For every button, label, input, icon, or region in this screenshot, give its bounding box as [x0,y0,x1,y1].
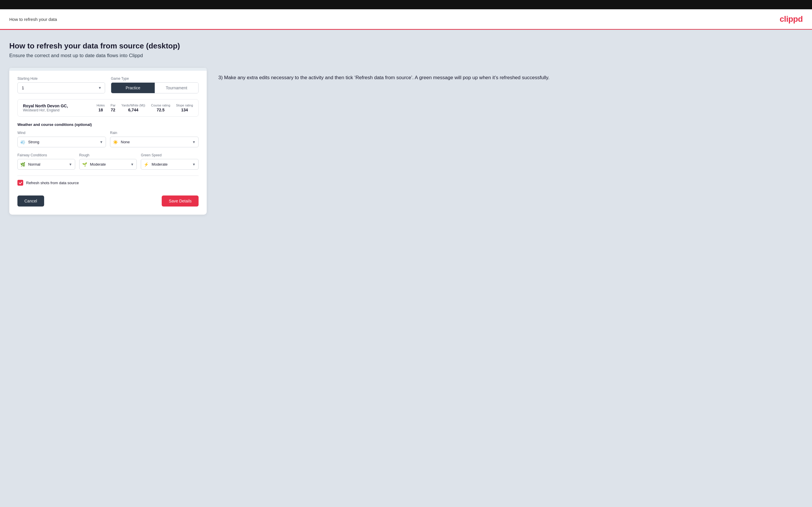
conditions-grid-bottom: Fairway Conditions 🌿 Normal Soft Firm ▼ … [17,153,199,170]
fairway-label: Fairway Conditions [17,153,75,157]
wind-label: Wind [17,131,106,135]
wind-group: Wind 💨 Strong None Light Moderate ▼ [17,131,106,147]
fairway-select-wrapper[interactable]: 🌿 Normal Soft Firm ▼ [17,159,75,170]
form-card: Starting Hole 1 10 ▼ Game Type Practice … [9,68,207,215]
conditions-grid-top: Wind 💨 Strong None Light Moderate ▼ Rain [17,131,199,147]
tournament-button[interactable]: Tournament [155,83,198,93]
wind-select-wrapper[interactable]: 💨 Strong None Light Moderate ▼ [17,136,106,147]
par-value: 72 [111,108,115,112]
course-rating-value: 72.5 [151,108,170,112]
holes-value: 18 [97,108,105,112]
fairway-group: Fairway Conditions 🌿 Normal Soft Firm ▼ [17,153,75,170]
stat-holes: Holes 18 [97,104,105,112]
practice-button[interactable]: Practice [111,83,155,93]
course-name-block: Royal North Devon GC, Westward Ho!, Engl… [23,104,90,112]
stat-course-rating: Course rating 72.5 [151,104,170,112]
side-text: 3) Make any extra edits necessary to the… [218,74,803,81]
rain-group: Rain ☀️ None Light Heavy ▼ [110,131,199,147]
refresh-label: Refresh shots from data source [26,181,79,185]
slope-rating-label: Slope rating [176,104,193,107]
rough-select-wrapper[interactable]: 🌱 Moderate Light Heavy ▼ [79,159,137,170]
wind-select[interactable]: Strong None Light Moderate [17,136,106,147]
page-heading: How to refresh your data from source (de… [9,42,803,51]
starting-hole-select[interactable]: 1 10 [17,82,105,94]
course-rating-label: Course rating [151,104,170,107]
stat-slope-rating: Slope rating 134 [176,104,193,112]
green-speed-label: Green Speed [141,153,199,157]
save-button[interactable]: Save Details [162,195,199,207]
starting-hole-group: Starting Hole 1 10 ▼ [17,76,105,94]
stat-par: Par 72 [111,104,115,112]
starting-hole-select-wrapper[interactable]: 1 10 ▼ [17,82,105,94]
rough-select[interactable]: Moderate Light Heavy [79,159,137,170]
refresh-checkbox-row[interactable]: Refresh shots from data source [17,175,199,190]
course-stats: Holes 18 Par 72 Yards/White (M)) 6,744 C… [97,104,193,112]
yards-value: 6,744 [121,108,145,112]
form-row-top: Starting Hole 1 10 ▼ Game Type Practice … [17,76,199,94]
course-name: Royal North Devon GC, [23,104,90,108]
rain-label: Rain [110,131,199,135]
action-row: Cancel Save Details [17,195,199,207]
rain-select-wrapper[interactable]: ☀️ None Light Heavy ▼ [110,136,199,147]
par-label: Par [111,104,115,107]
green-speed-select[interactable]: Moderate Slow Fast [141,159,199,170]
holes-label: Holes [97,104,105,107]
yards-label: Yards/White (M)) [121,104,145,107]
green-speed-group: Green Speed ⚡ Moderate Slow Fast ▼ [141,153,199,170]
game-type-toggle: Practice Tournament [111,82,199,94]
page-subheading: Ensure the correct and most up to date d… [9,53,803,59]
side-description: 3) Make any extra edits necessary to the… [218,68,803,81]
course-location: Westward Ho!, England [23,108,90,112]
main-content: How to refresh your data from source (de… [0,30,812,507]
rough-label: Rough [79,153,137,157]
rain-select[interactable]: None Light Heavy [110,136,199,147]
starting-hole-label: Starting Hole [17,76,105,80]
breadcrumb: How to refresh your data [9,17,57,22]
stat-yards: Yards/White (M)) 6,744 [121,104,145,112]
logo: clippd [780,14,803,24]
game-type-label: Game Type [111,76,199,80]
top-bar [0,0,812,9]
green-speed-select-wrapper[interactable]: ⚡ Moderate Slow Fast ▼ [141,159,199,170]
rough-group: Rough 🌱 Moderate Light Heavy ▼ [79,153,137,170]
content-row: Starting Hole 1 10 ▼ Game Type Practice … [9,68,803,215]
refresh-checkbox[interactable] [17,180,23,186]
slope-rating-value: 134 [176,108,193,112]
fairway-select[interactable]: Normal Soft Firm [17,159,75,170]
course-info-box: Royal North Devon GC, Westward Ho!, Engl… [17,99,199,117]
conditions-section-title: Weather and course conditions (optional) [17,122,199,127]
card-top-hint [9,68,207,71]
game-type-group: Game Type Practice Tournament [111,76,199,94]
cancel-button[interactable]: Cancel [17,195,44,207]
header: How to refresh your data clippd [0,9,812,30]
